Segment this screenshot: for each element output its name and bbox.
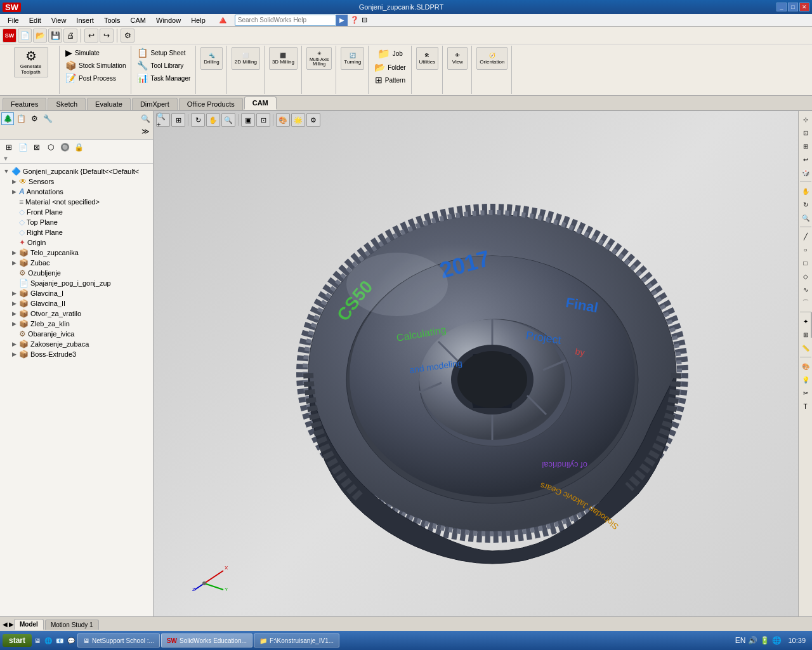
rt-arc[interactable]: ⌒	[800, 297, 811, 308]
tree-icon-5[interactable]: 🔘	[58, 141, 71, 154]
tree-item-material[interactable]: ≡ Material <not specified>	[0, 197, 153, 207]
tray-icon-2[interactable]: 🔊	[748, 636, 757, 645]
menu-window[interactable]: Window	[151, 15, 186, 25]
tree-item-origin[interactable]: ✦ Origin	[0, 237, 153, 248]
menu-edit[interactable]: Edit	[24, 15, 46, 25]
tree-root[interactable]: ▼ 🔷 Gonjeni_zupcanik {Default<<Default<	[0, 166, 153, 176]
rt-appearance[interactable]: 🎨	[800, 361, 811, 372]
utilities-btn[interactable]: 🛠 Utilities	[416, 47, 439, 70]
config-manager-icon-btn[interactable]: ⚙	[28, 112, 41, 125]
tree-icon-6[interactable]: 🔒	[72, 141, 85, 154]
zoom-btn[interactable]: 🔍	[221, 113, 235, 127]
2d-milling-btn[interactable]: ⬜ 2D Milling	[232, 47, 260, 70]
feature-tree-icon-btn[interactable]: 🌲	[1, 112, 14, 125]
boss-expand[interactable]: ▶	[10, 350, 18, 358]
glavcina-i-expand[interactable]: ▶	[10, 289, 18, 297]
zakosenje-expand[interactable]: ▶	[10, 340, 18, 348]
rt-3d-view[interactable]: 🎲	[800, 167, 811, 178]
otvor-expand[interactable]: ▶	[10, 310, 18, 317]
menu-tools[interactable]: Tools	[99, 15, 126, 25]
cam-manager-icon-btn[interactable]: 🔧	[41, 112, 54, 125]
taskbar-icon-3[interactable]: 📧	[56, 637, 63, 644]
post-process-btn[interactable]: 📝 Post Process	[64, 72, 127, 84]
rt-text[interactable]: T	[800, 401, 811, 412]
tray-icon-3[interactable]: 🔋	[760, 636, 769, 645]
minimize-button[interactable]: _	[776, 3, 787, 11]
taskbar-solidworks[interactable]: SW SolidWorks Education...	[161, 633, 252, 647]
glavcina-ii-expand[interactable]: ▶	[10, 300, 18, 307]
pattern-btn[interactable]: ⊞ Pattern	[374, 74, 407, 86]
start-button[interactable]: start	[3, 634, 32, 647]
motion-study-tab[interactable]: Motion Study 1	[45, 620, 99, 630]
scroll-left-btn[interactable]: ◀	[3, 621, 8, 628]
menu-help[interactable]: Help	[186, 15, 211, 25]
expand-icon[interactable]: ⊟	[362, 16, 367, 24]
save-btn[interactable]: 💾	[48, 29, 62, 43]
stock-simulation-btn[interactable]: 📦 Stock Simulation	[64, 60, 127, 71]
tab-dimxpert[interactable]: DimXpert	[132, 98, 178, 110]
tree-item-top-plane[interactable]: ◇ Top Plane	[0, 217, 153, 227]
drilling-btn[interactable]: 🔩 Drilling	[200, 47, 222, 70]
rt-pan[interactable]: ✋	[800, 185, 811, 197]
model-tab[interactable]: Model	[14, 619, 44, 630]
tree-item-glavcina-i[interactable]: ▶ 📦 Glavcina_I	[0, 288, 153, 298]
tree-item-front-plane[interactable]: ◇ Front Plane	[0, 207, 153, 217]
tab-office[interactable]: Office Products	[179, 98, 243, 110]
tree-item-zakosenje[interactable]: ▶ 📦 Zakosenje_zubaca	[0, 339, 153, 349]
root-expand[interactable]: ▼	[3, 168, 10, 175]
zoom-fit-btn[interactable]: ⊞	[171, 113, 185, 127]
restore-button[interactable]: □	[788, 3, 798, 11]
view-options-btn[interactable]: ⚙	[306, 113, 320, 127]
tree-item-spajanje[interactable]: 📄 Spajanje_pog_i_gonj_zup	[0, 278, 153, 288]
settings-btn[interactable]: ⚙	[121, 29, 134, 43]
rotate-btn[interactable]: ↻	[191, 113, 205, 127]
zoom-in-btn[interactable]: 🔍+	[156, 113, 170, 127]
rt-zoom-sel[interactable]: ⊞	[800, 140, 811, 152]
appearance-btn[interactable]: 🎨	[276, 113, 290, 127]
menu-cam[interactable]: CAM	[126, 15, 151, 25]
taskbar-icon-1[interactable]: 🖥	[34, 637, 41, 644]
menu-view[interactable]: View	[46, 15, 72, 25]
generate-toolpath-btn[interactable]: ⚙ GenerateToolpath	[14, 47, 48, 77]
taskbar-explorer[interactable]: 📁 F:\Konstruisanje_IV1...	[254, 633, 339, 647]
rt-measure[interactable]: 📏	[800, 342, 811, 354]
panel-expand-btn[interactable]: ≫	[139, 125, 152, 138]
rt-grid[interactable]: ⊞	[800, 329, 811, 340]
telo-expand[interactable]: ▶	[10, 249, 18, 256]
rt-rect[interactable]: □	[800, 257, 811, 269]
setup-sheet-btn[interactable]: 📋 Setup Sheet	[136, 47, 192, 58]
taskbar-icon-2[interactable]: 🌐	[44, 637, 52, 644]
print-btn[interactable]: 🖨	[63, 29, 77, 43]
tree-item-glavcina-ii[interactable]: ▶ 📦 Glavcina_II	[0, 298, 153, 308]
section-view-btn[interactable]: ⊡	[256, 113, 270, 127]
tree-item-zubac[interactable]: ▶ 📦 Zubac	[0, 258, 153, 268]
rt-zoom-in[interactable]: 🔍	[800, 212, 811, 223]
undo-btn[interactable]: ↩	[84, 29, 98, 43]
help-icon[interactable]: ❓	[350, 16, 359, 24]
taskbar-netsupport[interactable]: 🖥 NetSupport School :...	[77, 633, 160, 647]
rt-realview[interactable]: 💡	[800, 374, 811, 385]
tree-item-ozubljenje[interactable]: ⚙ Ozubljenje	[0, 268, 153, 278]
rt-line[interactable]: ╱	[800, 230, 811, 242]
new-btn[interactable]: 📄	[18, 29, 32, 43]
pan-btn[interactable]: ✋	[206, 113, 220, 127]
tree-item-telo[interactable]: ▶ 📦 Telo_zupcanika	[0, 248, 153, 258]
turning-btn[interactable]: 🔄 Turning	[341, 47, 364, 70]
rt-rotate[interactable]: ↻	[800, 199, 811, 210]
scene-btn[interactable]: 🌟	[291, 113, 305, 127]
tray-icon-1[interactable]: EN	[735, 636, 746, 645]
tree-icon-2[interactable]: 📄	[16, 141, 29, 154]
sw-logo-btn[interactable]: SW	[3, 29, 16, 43]
rt-diamond[interactable]: ◇	[800, 270, 811, 282]
zubac-expand[interactable]: ▶	[10, 259, 18, 267]
tray-icon-4[interactable]: 🌐	[772, 636, 782, 645]
view-mode-btn[interactable]: ▣	[241, 113, 255, 127]
rt-view-orient[interactable]: ⊹	[800, 114, 811, 125]
rt-snap[interactable]: ✦	[800, 315, 811, 327]
tree-icon-1[interactable]: ⊞	[3, 141, 15, 154]
rt-prev-view[interactable]: ↩	[800, 154, 811, 165]
zleb-expand[interactable]: ▶	[10, 320, 18, 328]
tree-item-boss-extrude[interactable]: ▶ 📦 Boss-Extrude3	[0, 349, 153, 359]
menu-insert[interactable]: Insert	[71, 15, 99, 25]
tool-library-btn[interactable]: 🔧 Tool Library	[136, 60, 192, 71]
